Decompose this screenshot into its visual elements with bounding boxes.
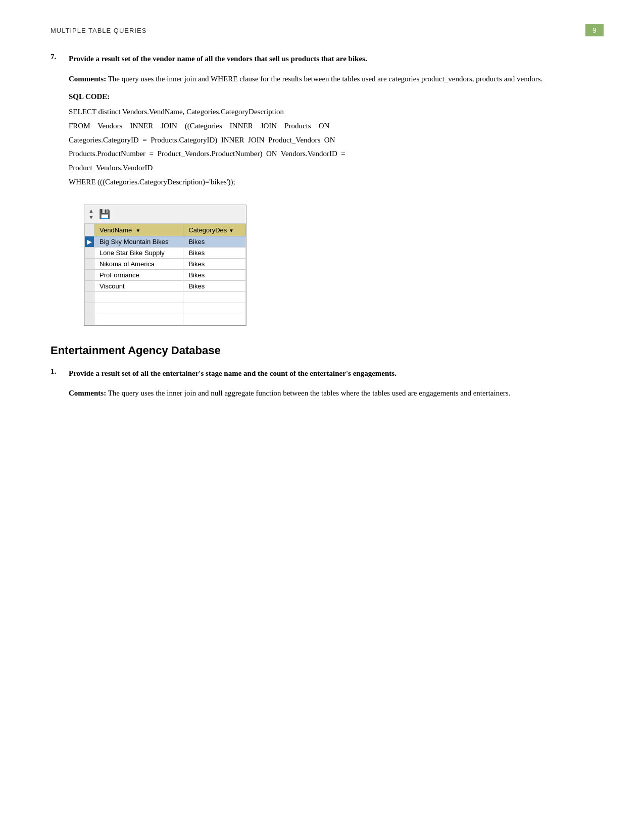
section-heading-entertainment: Entertainment Agency Database bbox=[51, 344, 604, 357]
question-7-comments: Comments: The query uses the inner join … bbox=[69, 73, 604, 86]
sql-line-1: SELECT distinct Vendors.VendName, Catego… bbox=[69, 105, 604, 119]
table-row: ▶ Big Sky Mountain Bikes Bikes bbox=[85, 236, 246, 247]
category-cell: Bikes bbox=[183, 280, 246, 291]
sql-code-7: SELECT distinct Vendors.VendName, Catego… bbox=[69, 105, 604, 189]
comments-label: Comments: bbox=[69, 75, 106, 83]
vendname-cell: Big Sky Mountain Bikes bbox=[94, 236, 183, 247]
table-header-row: VendName ▼ CategoryDes ▼ bbox=[85, 224, 246, 236]
result-table-7: VendName ▼ CategoryDes ▼ ▶ Big Sky Mount… bbox=[84, 224, 246, 325]
category-filter-icon[interactable]: ▼ bbox=[229, 228, 234, 233]
question-1-comments-text: The query uses the inner join and null a… bbox=[108, 389, 511, 397]
sql-label: SQL CODE: bbox=[69, 92, 604, 101]
category-cell-empty bbox=[183, 314, 246, 325]
table-row: Viscount Bikes bbox=[85, 280, 246, 291]
question-7-comments-text: The query uses the inner join and WHERE … bbox=[108, 75, 543, 83]
table-row: Nikoma of America Bikes bbox=[85, 258, 246, 269]
category-cell: Bikes bbox=[183, 247, 246, 258]
vendname-cell-empty bbox=[94, 314, 183, 325]
question-7: 7. Provide a result set of the vendor na… bbox=[51, 53, 604, 335]
page-number: 9 bbox=[585, 24, 604, 36]
row-selector bbox=[85, 291, 94, 303]
table-row-empty-1 bbox=[85, 291, 246, 303]
table-toolbar: ▲ ▼ 💾 bbox=[84, 205, 246, 224]
question-1-content: Provide a result set of all the entertai… bbox=[69, 367, 604, 407]
db-result-wrapper: ▲ ▼ 💾 VendName ▼ CategoryDes ▼ bbox=[84, 205, 246, 326]
category-cell: Bikes bbox=[183, 236, 246, 247]
question-1-text: Provide a result set of all the entertai… bbox=[69, 367, 604, 380]
col-category-header: CategoryDes ▼ bbox=[183, 224, 246, 236]
question-7-number: 7. bbox=[51, 53, 69, 335]
nav-arrows-icon: ▲ ▼ bbox=[88, 208, 94, 221]
row-selector bbox=[85, 269, 94, 280]
sql-line-4: Products.ProductNumber = Product_Vendors… bbox=[69, 147, 604, 161]
vendname-cell: Nikoma of America bbox=[94, 258, 183, 269]
sql-line-2: FROM Vendors INNER JOIN ((Categories INN… bbox=[69, 119, 604, 133]
table-row-empty-2 bbox=[85, 303, 246, 314]
comments-label-1: Comments: bbox=[69, 389, 106, 397]
category-cell: Bikes bbox=[183, 258, 246, 269]
question-1-number: 1. bbox=[51, 367, 69, 407]
question-1: 1. Provide a result set of all the enter… bbox=[51, 367, 604, 407]
vendname-cell-empty bbox=[94, 291, 183, 303]
category-cell-empty bbox=[183, 291, 246, 303]
sql-line-6: WHERE (((Categories.CategoryDescription)… bbox=[69, 175, 604, 189]
table-row: ProFormance Bikes bbox=[85, 269, 246, 280]
page-header: MULTIPLE TABLE QUERIES 9 bbox=[51, 24, 604, 36]
col-vendname-header: VendName ▼ bbox=[94, 224, 183, 236]
arrow-up: ▲ bbox=[88, 208, 94, 214]
disk-icon: 💾 bbox=[99, 209, 110, 220]
category-cell: Bikes bbox=[183, 269, 246, 280]
page-title: MULTIPLE TABLE QUERIES bbox=[51, 27, 146, 34]
category-cell-empty bbox=[183, 303, 246, 314]
row-selector-header bbox=[85, 224, 94, 236]
row-selector: ▶ bbox=[85, 236, 94, 247]
table-row: Lone Star Bike Supply Bikes bbox=[85, 247, 246, 258]
question-1-comments: Comments: The query uses the inner join … bbox=[69, 387, 604, 400]
vendname-filter-icon[interactable]: ▼ bbox=[136, 228, 141, 233]
row-selector bbox=[85, 258, 94, 269]
row-selector bbox=[85, 247, 94, 258]
table-row-empty-3 bbox=[85, 314, 246, 325]
sql-line-3: Categories.CategoryID = Products.Categor… bbox=[69, 133, 604, 148]
vendname-cell: ProFormance bbox=[94, 269, 183, 280]
result-table-container-7: ▲ ▼ 💾 VendName ▼ CategoryDes ▼ bbox=[84, 205, 246, 326]
page: MULTIPLE TABLE QUERIES 9 7. Provide a re… bbox=[0, 0, 644, 834]
sql-line-5: Product_Vendors.VendorID bbox=[69, 161, 604, 175]
arrow-down: ▼ bbox=[88, 214, 94, 221]
vendname-cell: Viscount bbox=[94, 280, 183, 291]
row-selector bbox=[85, 303, 94, 314]
row-selector bbox=[85, 314, 94, 325]
question-7-text: Provide a result set of the vendor name … bbox=[69, 53, 604, 66]
vendname-cell-empty bbox=[94, 303, 183, 314]
row-selector bbox=[85, 280, 94, 291]
question-7-content: Provide a result set of the vendor name … bbox=[69, 53, 604, 335]
vendname-cell: Lone Star Bike Supply bbox=[94, 247, 183, 258]
